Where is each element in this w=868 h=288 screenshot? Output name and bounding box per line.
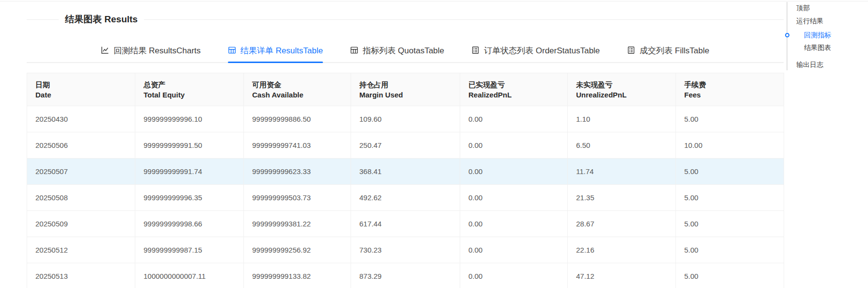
table-cell: 28.67 (568, 211, 676, 237)
table-row[interactable]: 20250509999999999998.66999999999381.2261… (27, 211, 784, 237)
column-label-en: Fees (684, 90, 779, 100)
anchor-item-top[interactable]: 顶部 (796, 3, 810, 13)
table-cell: 492.62 (351, 185, 460, 211)
table-cell: 5.00 (676, 237, 784, 263)
table-cell: 0.00 (460, 185, 568, 211)
column-label-en: Total Equity (144, 90, 239, 100)
column-header-margin-used: 持仓占用Margin Used (351, 73, 460, 106)
page-top-divider (0, 1, 868, 1)
column-label-en: UnrealizedPnL (576, 90, 671, 100)
profile-icon (627, 45, 635, 57)
header-row: 日期Date总资产Total Equity可用资金Cash Available持… (27, 73, 784, 106)
table-cell: 999999999503.73 (244, 185, 351, 211)
table-cell: 109.60 (351, 106, 460, 132)
table-cell: 10.00 (676, 132, 784, 159)
table-cell: 999999999998.66 (135, 211, 244, 237)
table-icon (228, 45, 236, 57)
table-cell: 999999999256.92 (244, 237, 351, 263)
column-label-en: Cash Available (252, 90, 346, 100)
column-label-zh: 持仓占用 (359, 80, 455, 90)
anchor-item-backtest-metrics[interactable]: 回测指标 (804, 30, 831, 40)
tab-results-charts[interactable]: 回测结果 ResultsCharts (101, 39, 200, 62)
table-row[interactable]: 20250430999999999996.10999999999886.5010… (27, 106, 784, 132)
table-cell: 5.00 (676, 263, 784, 288)
table-cell: 0.00 (460, 263, 568, 288)
table-cell: 20250508 (27, 185, 135, 211)
table-cell: 20250512 (27, 237, 135, 263)
table-cell: 5.00 (676, 185, 784, 211)
column-label-zh: 可用资金 (252, 80, 346, 90)
table-cell: 368.41 (351, 159, 460, 185)
table-cell: 5.00 (676, 159, 784, 185)
column-header-total-equity: 总资产Total Equity (135, 73, 244, 106)
table-cell: 0.00 (460, 106, 568, 132)
tab-label: 订单状态列表 OrderStatusTable (484, 45, 600, 56)
section-divider: 结果图表 Results (27, 13, 784, 26)
tab-results-table[interactable]: 结果详单 ResultsTable (228, 39, 323, 62)
table-cell: 999999999886.50 (244, 106, 351, 132)
tab-label: 指标列表 QuotasTable (363, 45, 444, 56)
table-cell: 47.12 (568, 263, 676, 288)
table-cell: 873.29 (351, 263, 460, 288)
column-header-unrealizedpnl: 未实现盈亏UnrealizedPnL (568, 73, 676, 106)
table-cell: 11.74 (568, 159, 676, 185)
table-row[interactable]: 20250512999999999987.15999999999256.9273… (27, 237, 784, 263)
anchor-item-results-charts[interactable]: 结果图表 (804, 43, 831, 52)
column-header-realizedpnl: 已实现盈亏RealizedPnL (460, 73, 568, 106)
table-icon (350, 45, 358, 57)
column-label-zh: 已实现盈亏 (468, 80, 563, 90)
table-cell: 999999999623.33 (244, 159, 351, 185)
table-cell: 730.23 (351, 237, 460, 263)
section-title: 结果图表 Results (65, 13, 138, 26)
tab-fills-table[interactable]: 成交列表 FillsTable (627, 39, 709, 62)
table-cell: 20250506 (27, 132, 135, 159)
table-row[interactable]: 20250506999999999991.50999999999741.0325… (27, 132, 784, 159)
table-cell: 6.50 (568, 132, 676, 159)
table-cell: 999999999991.50 (135, 132, 244, 159)
table-cell: 1.10 (568, 106, 676, 132)
divider-line-left (27, 19, 59, 20)
tab-quotas-table[interactable]: 指标列表 QuotasTable (350, 39, 444, 62)
table-cell: 5.00 (676, 106, 784, 132)
anchor-active-dot (785, 33, 789, 37)
table-cell: 20250507 (27, 159, 135, 185)
table-cell: 20250430 (27, 106, 135, 132)
table-cell: 999999999991.74 (135, 159, 244, 185)
table-row[interactable]: 202505131000000000007.11999999999133.828… (27, 263, 784, 288)
table-cell: 20250513 (27, 263, 135, 288)
table-cell: 617.44 (351, 211, 460, 237)
column-label-en: Date (35, 90, 130, 100)
divider-line-right (144, 19, 784, 20)
profile-icon (471, 45, 480, 57)
tab-order-status-table[interactable]: 订单状态列表 OrderStatusTable (471, 39, 600, 62)
table-cell: 999999999133.82 (244, 263, 351, 288)
column-label-zh: 手续费 (684, 80, 779, 90)
table-cell: 999999999996.35 (135, 185, 244, 211)
column-label-en: Margin Used (359, 90, 455, 100)
table-cell: 0.00 (460, 211, 568, 237)
tab-label: 结果详单 ResultsTable (241, 45, 323, 56)
table-cell: 999999999987.15 (135, 237, 244, 263)
column-label-en: RealizedPnL (468, 90, 563, 100)
table-cell: 1000000000007.11 (135, 263, 244, 288)
table-cell: 22.16 (568, 237, 676, 263)
tab-label: 回测结果 ResultsCharts (113, 45, 200, 56)
table-cell: 5.00 (676, 211, 784, 237)
table-cell: 250.47 (351, 132, 460, 159)
anchor-item-run-results[interactable]: 运行结果 (796, 16, 823, 26)
table-cell: 999999999996.10 (135, 106, 244, 132)
table-cell: 20250509 (27, 211, 135, 237)
tab-label: 成交列表 FillsTable (640, 45, 709, 56)
table-cell: 999999999741.03 (244, 132, 351, 159)
results-table: 日期Date总资产Total Equity可用资金Cash Available持… (27, 73, 784, 288)
anchor-item-output-log[interactable]: 输出日志 (796, 60, 823, 69)
column-label-zh: 未实现盈亏 (576, 80, 671, 90)
table-row[interactable]: 20250508999999999996.35999999999503.7349… (27, 185, 784, 211)
table-cell: 0.00 (460, 159, 568, 185)
line-chart-icon (101, 45, 109, 57)
table-cell: 999999999381.22 (244, 211, 351, 237)
column-header-cash-available: 可用资金Cash Available (244, 73, 351, 106)
table-row[interactable]: 20250507999999999991.74999999999623.3336… (27, 159, 784, 185)
table-cell: 0.00 (460, 237, 568, 263)
tab-bar: 回测结果 ResultsCharts结果详单 ResultsTable指标列表 … (27, 39, 784, 63)
